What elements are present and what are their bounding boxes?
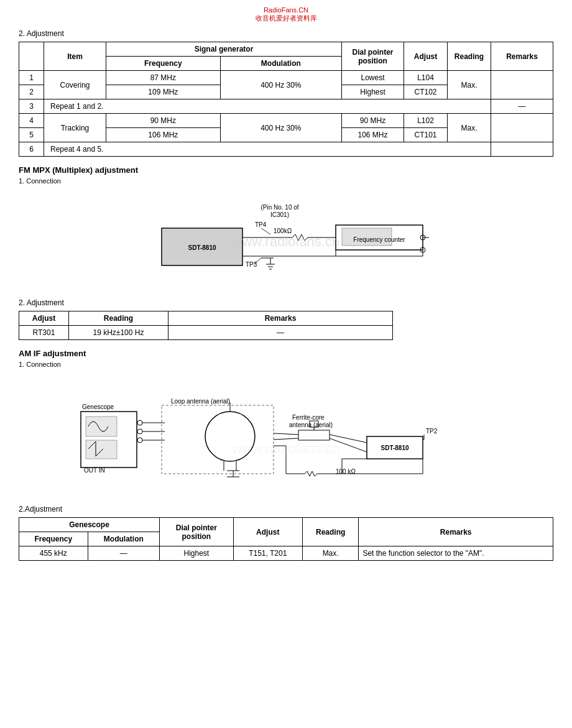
adj-reading: 19 kHz±100 Hz	[69, 326, 168, 340]
row-mod: 400 Hz 30%	[220, 71, 341, 99]
svg-line-41	[274, 438, 298, 440]
svg-point-27	[205, 412, 255, 461]
row-adjust: L104	[404, 71, 448, 85]
adj-adjust: T151, T201	[233, 546, 302, 561]
sdt-label: SDT-8810	[381, 445, 408, 451]
row-dial: Lowest	[342, 71, 404, 85]
row-item: Covering	[44, 71, 106, 99]
resistor-label: 100kΩ	[274, 228, 292, 234]
pin-label: (Pin No. 10 of	[261, 204, 298, 211]
ferrite-label: Ferrite-core	[292, 414, 325, 421]
col-reading: Reading	[69, 311, 168, 326]
row-freq: 87 MHz	[106, 71, 221, 85]
table-row: 3 Repeat 1 and 2. —	[19, 99, 553, 114]
col-adjust: Adjust	[233, 518, 302, 546]
col-freq: Frequency	[106, 57, 221, 71]
row-repeat: Repeat 4 and 5.	[44, 142, 491, 157]
col-remarks: Remarks	[168, 311, 393, 326]
col-mod: Modulation	[220, 57, 341, 71]
site-name: RadioFans.CN	[19, 6, 553, 14]
sdt-label: SDT-8810	[188, 244, 216, 251]
col-dial: Dial pointerposition	[160, 518, 234, 546]
adj-reading: Max.	[302, 546, 359, 561]
col-signal-gen: Signal generator	[106, 42, 342, 57]
section1-table: Item Signal generator Dial pointerpositi…	[19, 42, 553, 157]
fmmpx-diagram: SDT-8810 Frequency counter 100kΩ TP4 (Pi…	[19, 191, 553, 292]
row-num: 3	[19, 99, 44, 114]
fmmpx-title: FM MPX (Multiplex) adjustment	[19, 165, 553, 175]
row-remarks	[491, 142, 553, 157]
row-num: 2	[19, 85, 44, 99]
col-dial: Dial pointerposition	[342, 42, 404, 71]
row-freq: 109 MHz	[106, 85, 221, 99]
amif-adj-title: 2.Adjustment	[19, 505, 553, 514]
svg-line-8	[261, 228, 270, 234]
svg-rect-26	[162, 405, 274, 474]
table-row: 6 Repeat 4 and 5.	[19, 142, 553, 157]
table-row: 4 Tracking 90 MHz 400 Hz 30% 90 MHz L102…	[19, 114, 553, 128]
amif-title: AM IF adjustment	[19, 349, 553, 358]
col-freq: Frequency	[19, 532, 88, 546]
tp2-label: TP2	[426, 428, 438, 435]
tp3-label: TP3	[246, 261, 257, 268]
col-remarks: Remarks	[491, 42, 553, 71]
row-num: 6	[19, 142, 44, 157]
out-label: OUT IN	[84, 467, 105, 474]
row-num: 1	[19, 71, 44, 85]
col-item: Item	[44, 42, 106, 71]
fmmpx-adj-table: Adjust Reading Remarks RT301 19 kHz±100 …	[19, 311, 393, 340]
fmmpx-connection: 1. Connection	[19, 177, 553, 185]
page-header: RadioFans.CN 收音机爱好者资料库	[19, 6, 553, 23]
svg-point-25	[137, 438, 142, 443]
svg-point-23	[137, 420, 142, 425]
row-freq: 90 MHz	[106, 114, 221, 128]
svg-rect-22	[86, 440, 117, 459]
freq-counter-label: Frequency counter	[353, 236, 405, 243]
section1-title: 2. Adjustment	[19, 29, 553, 38]
row-adjust: L102	[404, 114, 448, 128]
table-row: 455 kHz — Highest T151, T201 Max. Set th…	[19, 546, 553, 561]
row-remarks: —	[491, 99, 553, 114]
ferrite-aerial-label: antenna (aerial)	[289, 422, 333, 428]
tp4-label: TP4	[255, 221, 267, 228]
svg-line-40	[274, 433, 298, 435]
col-adjust: Adjust	[19, 311, 69, 326]
row-adjust: CT102	[404, 85, 448, 99]
row-adjust: CT101	[404, 128, 448, 142]
row-remarks	[491, 114, 553, 142]
row-reading: Max.	[448, 71, 491, 99]
row-num: 4	[19, 114, 44, 128]
row-dial: 90 MHz	[342, 114, 404, 128]
row-dial: 106 MHz	[342, 128, 404, 142]
genescope-label: Genescope	[82, 403, 114, 410]
adj-mod: —	[88, 546, 160, 561]
col-reading: Reading	[302, 518, 359, 546]
adj-adjust: RT301	[19, 326, 69, 340]
amif-diagram: OUT IN Genescope Loop antenna (aerial) F…	[19, 374, 553, 499]
col-reading: Reading	[448, 42, 491, 71]
col-num	[19, 42, 44, 71]
svg-line-45	[330, 435, 367, 443]
row-mod: 400 Hz 30%	[220, 114, 341, 142]
adj-freq: 455 kHz	[19, 546, 88, 561]
row-reading: Max.	[448, 114, 491, 142]
pin-ic-label: IC301)	[270, 211, 289, 218]
fmmpx-svg: SDT-8810 Frequency counter 100kΩ TP4 (Pi…	[112, 191, 460, 290]
table-row: RT301 19 kHz±100 Hz —	[19, 326, 393, 340]
row-item: Tracking	[44, 114, 106, 142]
svg-rect-37	[298, 430, 330, 440]
svg-point-24	[137, 429, 142, 434]
adj-dial: Highest	[160, 546, 234, 561]
col-mod: Modulation	[88, 532, 160, 546]
fmmpx-adj-title: 2. Adjustment	[19, 298, 553, 307]
site-sub: 收音机爱好者资料库	[19, 14, 553, 23]
row-repeat: Repeat 1 and 2.	[44, 99, 491, 114]
svg-line-46	[330, 438, 367, 452]
amif-connection: 1. Connection	[19, 361, 553, 368]
row-num: 5	[19, 128, 44, 142]
row-remarks	[491, 71, 553, 99]
col-adjust: Adjust	[404, 42, 448, 71]
adj-remarks: Set the function selector to the "AM".	[359, 546, 553, 561]
amif-adj-table: Genescope Dial pointerposition Adjust Re…	[19, 517, 553, 561]
row-dial: Highest	[342, 85, 404, 99]
